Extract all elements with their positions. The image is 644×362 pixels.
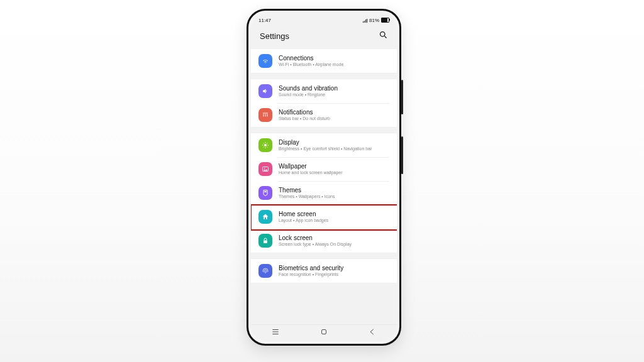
settings-item-wallpaper[interactable]: WallpaperHome and lock screen wallpaper xyxy=(251,157,397,181)
svg-point-2 xyxy=(264,144,267,146)
settings-group: Biometrics and securityFace recognition … xyxy=(251,258,397,283)
svg-line-9 xyxy=(264,147,264,148)
page-title: Settings xyxy=(260,31,289,41)
search-button[interactable] xyxy=(379,30,388,42)
header: Settings xyxy=(251,25,397,48)
settings-item-subtitle: Screen lock type • Always On Display xyxy=(279,242,352,247)
settings-item-subtitle: Status bar • Do not disturb xyxy=(279,116,330,121)
settings-item-text: Lock screenScreen lock type • Always On … xyxy=(279,234,352,247)
search-icon xyxy=(379,30,388,40)
settings-item-subtitle: Sound mode • Ringtone xyxy=(279,92,338,97)
battery-icon xyxy=(381,18,389,23)
settings-item-title: Sounds and vibration xyxy=(279,85,338,92)
settings-item-notifications[interactable]: NotificationsStatus bar • Do not disturb xyxy=(251,103,397,127)
side-button-1 xyxy=(401,80,403,114)
nav-home[interactable] xyxy=(308,327,340,339)
svg-line-8 xyxy=(267,147,268,148)
settings-item-subtitle: Brightness • Eye comfort shield • Naviga… xyxy=(279,146,372,151)
svg-line-10 xyxy=(267,143,268,144)
settings-item-subtitle: Themes • Wallpapers • Icons xyxy=(279,194,335,199)
android-nav-bar xyxy=(251,324,397,341)
svg-rect-18 xyxy=(321,330,326,334)
settings-item-biometrics[interactable]: Biometrics and securityFace recognition … xyxy=(251,259,397,283)
side-button-2 xyxy=(401,136,403,174)
settings-item-themes[interactable]: ThemesThemes • Wallpapers • Icons xyxy=(251,181,397,205)
svg-line-1 xyxy=(384,36,386,38)
settings-item-text: WallpaperHome and lock screen wallpaper xyxy=(279,163,343,175)
settings-item-text: Home screenLayout • App icon badges xyxy=(279,211,328,223)
home-icon xyxy=(258,210,272,224)
screen: 11:47 81% Settings ConnectionsWi-Fi • Bl… xyxy=(251,13,397,341)
settings-item-text: ThemesThemes • Wallpapers • Icons xyxy=(279,187,335,199)
wifi-icon xyxy=(258,54,272,68)
settings-item-text: DisplayBrightness • Eye comfort shield •… xyxy=(279,139,372,151)
settings-item-connections[interactable]: ConnectionsWi-Fi • Bluetooth • Airplane … xyxy=(251,49,397,73)
settings-item-text: ConnectionsWi-Fi • Bluetooth • Airplane … xyxy=(279,55,343,67)
bell-icon xyxy=(258,108,272,122)
settings-item-display[interactable]: DisplayBrightness • Eye comfort shield •… xyxy=(251,133,397,157)
settings-item-subtitle: Wi-Fi • Bluetooth • Airplane mode xyxy=(279,62,343,67)
palette-icon xyxy=(258,186,272,200)
svg-rect-13 xyxy=(265,191,267,192)
sun-icon xyxy=(258,138,272,152)
settings-item-subtitle: Home and lock screen wallpaper xyxy=(279,170,343,175)
phone-frame: 11:47 81% Settings ConnectionsWi-Fi • Bl… xyxy=(247,9,401,346)
nav-recents[interactable] xyxy=(260,327,291,339)
settings-item-title: Lock screen xyxy=(279,234,352,242)
image-icon xyxy=(258,162,272,176)
signal-icon xyxy=(363,18,367,23)
settings-item-title: Home screen xyxy=(279,211,328,218)
settings-item-title: Biometrics and security xyxy=(279,265,343,272)
stage: 11:47 81% Settings ConnectionsWi-Fi • Bl… xyxy=(0,0,644,362)
svg-rect-14 xyxy=(264,241,267,244)
svg-point-12 xyxy=(264,168,265,169)
settings-item-title: Themes xyxy=(279,187,335,194)
settings-item-title: Notifications xyxy=(279,109,330,116)
settings-item-title: Connections xyxy=(279,55,343,62)
settings-item-title: Display xyxy=(279,139,372,146)
settings-item-text: Sounds and vibrationSound mode • Rington… xyxy=(279,85,338,97)
settings-item-text: NotificationsStatus bar • Do not disturb xyxy=(279,109,330,121)
svg-line-7 xyxy=(264,143,264,144)
settings-item-lock[interactable]: Lock screenScreen lock type • Always On … xyxy=(251,229,397,253)
settings-list[interactable]: ConnectionsWi-Fi • Bluetooth • Airplane … xyxy=(251,48,397,324)
settings-group: ConnectionsWi-Fi • Bluetooth • Airplane … xyxy=(251,48,397,74)
settings-group: Sounds and vibrationSound mode • Rington… xyxy=(251,79,397,128)
status-bar: 11:47 81% xyxy=(251,13,397,25)
sound-icon xyxy=(258,84,272,98)
fingerprint-icon xyxy=(258,264,272,278)
settings-item-home[interactable]: Home screenLayout • App icon badges xyxy=(251,205,397,229)
settings-item-subtitle: Layout • App icon badges xyxy=(279,218,328,223)
settings-item-text: Biometrics and securityFace recognition … xyxy=(279,265,343,277)
lock-icon xyxy=(258,234,272,248)
settings-item-sounds[interactable]: Sounds and vibrationSound mode • Rington… xyxy=(251,79,397,103)
settings-group: DisplayBrightness • Eye comfort shield •… xyxy=(251,133,397,253)
svg-point-0 xyxy=(380,32,386,37)
nav-back[interactable] xyxy=(357,327,388,339)
settings-item-title: Wallpaper xyxy=(279,163,343,170)
settings-item-subtitle: Face recognition • Fingerprints xyxy=(279,272,343,277)
battery-pct: 81% xyxy=(369,18,379,23)
status-time: 11:47 xyxy=(258,18,271,23)
